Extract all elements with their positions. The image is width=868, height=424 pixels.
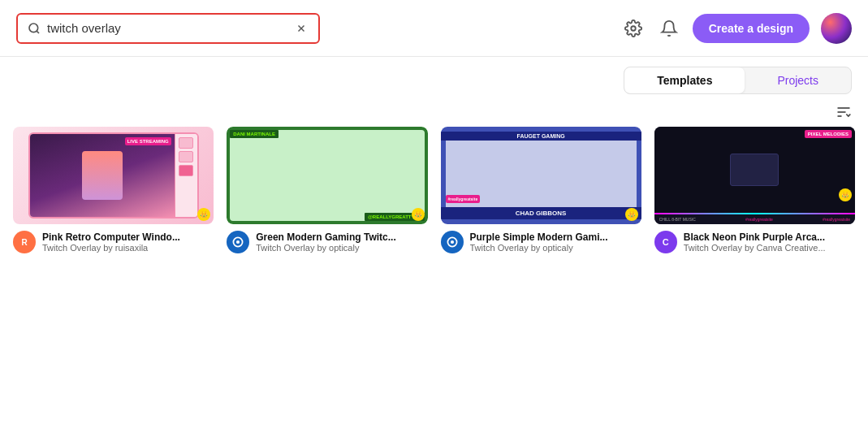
notifications-button[interactable] <box>657 16 681 41</box>
tab-projects[interactable]: Projects <box>745 67 851 93</box>
card-2-crown: 👑 <box>412 208 425 221</box>
card-4-crown: 👑 <box>839 188 852 201</box>
card-4-logo: C <box>654 231 677 253</box>
svg-line-1 <box>37 31 39 33</box>
settings-button[interactable] <box>621 16 646 41</box>
tabs-row: Templates Projects <box>0 57 868 101</box>
card-3-subtitle: Twitch Overlay by opticaly <box>470 243 608 253</box>
search-icon <box>28 22 41 35</box>
card-2[interactable]: DANI MARTINALE @REALLYGREATTYPE 👑 Green … <box>227 127 427 253</box>
header: twitch overlay Create a design <box>0 0 868 57</box>
card-1-title: Pink Retro Computer Windo... <box>42 231 180 243</box>
card-2-top-label: DANI MARTINALE <box>230 130 279 138</box>
card-1-top-label: LIVE STREAMING <box>125 137 171 145</box>
sort-button[interactable] <box>836 104 852 120</box>
card-1[interactable]: LIVE STREAMING 👑 R Pink Retro Computer W… <box>13 127 214 253</box>
card-2-thumbnail: DANI MARTINALE @REALLYGREATTYPE 👑 <box>227 127 427 224</box>
card-3-title: Purple Simple Modern Gami... <box>470 231 608 243</box>
card-2-subtitle: Twitch Overlay by opticaly <box>256 243 395 253</box>
card-1-crown: 👑 <box>197 208 210 221</box>
card-4-thumbnail: PIXEL MELODIES CHILL 8-BIT MUSIC #really… <box>654 127 855 224</box>
card-3-logo <box>441 231 464 253</box>
clear-search-button[interactable] <box>294 21 309 36</box>
card-1-subtitle: Twitch Overlay by ruisaxila <box>42 243 180 253</box>
search-bar: twitch overlay <box>16 13 320 44</box>
card-3-info: Purple Simple Modern Gami... Twitch Over… <box>441 231 641 253</box>
card-4-bottom-label: CHILL 8-BIT MUSIC <box>659 217 696 222</box>
card-1-info: R Pink Retro Computer Windo... Twitch Ov… <box>13 231 214 253</box>
create-design-button[interactable]: Create a design <box>693 14 810 43</box>
card-3-bottom-label: CHAD GIBBONS <box>441 207 641 219</box>
search-input[interactable]: twitch overlay <box>47 21 287 35</box>
card-1-thumbnail: LIVE STREAMING 👑 <box>13 127 214 224</box>
card-3-top-label: FAUGET GAMING <box>441 132 641 141</box>
card-3-thumbnail: FAUGET GAMING CHAD GIBBONS #reallygreats… <box>441 127 641 224</box>
card-3-bl-label: #reallygreatsite <box>446 195 481 203</box>
card-1-logo: R <box>13 231 36 253</box>
svg-point-0 <box>29 24 38 32</box>
card-4-info: C Black Neon Pink Purple Arca... Twitch … <box>654 231 855 253</box>
card-2-logo <box>227 231 249 253</box>
cards-grid: LIVE STREAMING 👑 R Pink Retro Computer W… <box>0 127 868 266</box>
header-icons: Create a design <box>621 13 852 44</box>
card-3-crown: 👑 <box>625 208 638 221</box>
avatar[interactable] <box>821 13 852 44</box>
card-4-top-label: PIXEL MELODIES <box>805 130 852 138</box>
card-2-info: Green Modern Gaming Twitc... Twitch Over… <box>227 231 427 253</box>
tab-templates[interactable]: Templates <box>624 67 745 93</box>
card-4-subtitle: Twitch Overlay by Canva Creative... <box>684 243 826 253</box>
card-4-title: Black Neon Pink Purple Arca... <box>684 231 826 243</box>
tabs-container: Templates Projects <box>624 67 852 94</box>
sort-row <box>0 101 868 127</box>
card-4[interactable]: PIXEL MELODIES CHILL 8-BIT MUSIC #really… <box>654 127 855 253</box>
svg-point-11 <box>450 240 453 244</box>
svg-point-4 <box>631 26 636 31</box>
card-2-title: Green Modern Gaming Twitc... <box>256 231 395 243</box>
svg-point-9 <box>236 240 240 244</box>
card-3[interactable]: FAUGET GAMING CHAD GIBBONS #reallygreats… <box>441 127 641 253</box>
